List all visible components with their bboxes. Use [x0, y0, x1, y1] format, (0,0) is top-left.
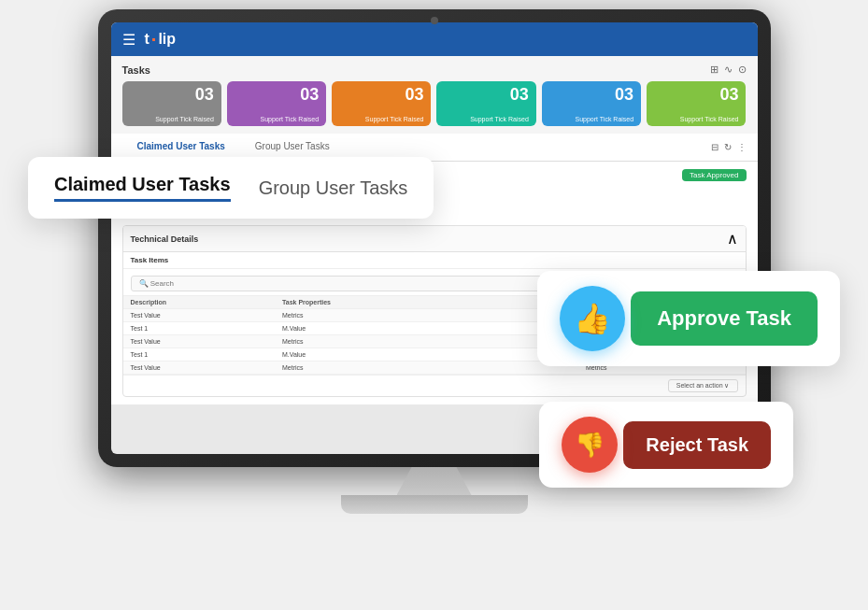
thumbs-down-icon: 👎	[562, 417, 618, 473]
task-card-num-2: 03	[405, 85, 423, 105]
claimed-tab-label[interactable]: Claimed User Tasks	[54, 174, 231, 202]
task-card-0[interactable]: 03 Support Tick Raised	[122, 81, 221, 126]
reject-task-card: 👎 Reject Task	[539, 402, 793, 488]
group-tab-label[interactable]: Group User Tasks	[259, 177, 408, 199]
tasks-icons: ⊞ ∿ ⊙	[710, 64, 747, 76]
tasks-title: Tasks	[122, 64, 150, 76]
task-card-label-0: Support Tick Raised	[155, 116, 214, 122]
logo-lip-text: lip	[158, 31, 176, 48]
task-items-header: Task Items	[123, 252, 746, 269]
task-card-label-3: Support Tick Raised	[470, 116, 529, 122]
row-desc: Test Value	[131, 364, 283, 371]
approved-badge: Task Approved	[682, 169, 746, 181]
row-prop: Metrics	[282, 312, 434, 319]
filter-icon[interactable]: ⊟	[711, 142, 719, 152]
monitor-bezel: ☰ t · lip Tasks ⊞ ∿ ⊙	[98, 9, 771, 467]
task-card-num-1: 03	[300, 85, 319, 105]
app-header: ☰ t · lip	[111, 22, 758, 56]
monitor-base	[341, 495, 528, 514]
select-action-button[interactable]: Select an action ∨	[668, 379, 738, 392]
claimed-user-tasks-card: Claimed User Tasks Group User Tasks	[28, 157, 434, 219]
task-card-label-4: Support Tick Raised	[575, 116, 633, 122]
task-card-label-2: Support Tick Raised	[365, 116, 424, 122]
row-desc: Test 1	[131, 351, 283, 358]
row-prop: M.Value	[282, 351, 434, 358]
thumbs-down-emoji: 👎	[575, 431, 605, 460]
chart-icon[interactable]: ∿	[724, 64, 733, 76]
row-desc: Test Value	[131, 312, 283, 319]
row-prop: Metrics	[282, 338, 434, 345]
tab-toolbar-icons: ⊟ ↻ ⋮	[711, 142, 747, 152]
task-card-label-1: Support Tick Raised	[261, 116, 320, 122]
task-card-num-4: 03	[615, 85, 633, 105]
logo-dot: ·	[151, 29, 157, 50]
monitor-screen: ☰ t · lip Tasks ⊞ ∿ ⊙	[111, 22, 758, 454]
row-prop: Metrics	[282, 364, 434, 371]
select-action-row: Select an action ∨	[123, 375, 746, 396]
more-icon[interactable]: ⋮	[737, 142, 747, 152]
reject-task-button[interactable]: Reject Task	[623, 421, 771, 469]
thumbs-up-emoji: 👍	[574, 301, 611, 336]
hamburger-icon[interactable]: ☰	[122, 31, 135, 49]
row-desc: Test Value	[131, 338, 283, 345]
task-cards: 03 Support Tick Raised 03 Support Tick R…	[122, 81, 747, 126]
task-card-3[interactable]: 03 Support Tick Raised	[436, 81, 535, 126]
thumbs-up-icon: 👍	[560, 286, 625, 351]
settings-icon[interactable]: ⊙	[738, 64, 747, 76]
app-logo: t · lip	[145, 29, 177, 50]
task-card-num-5: 03	[719, 85, 738, 105]
refresh-icon[interactable]: ↻	[724, 142, 732, 152]
col-description: Description	[131, 299, 283, 305]
collapse-icon[interactable]: ∧	[727, 230, 738, 248]
technical-details-title: Technical Details	[131, 234, 199, 244]
task-card-5[interactable]: 03 Support Tick Raised	[647, 81, 746, 126]
approve-task-button[interactable]: Approve Task	[631, 291, 818, 346]
logo-t-letter: t	[145, 31, 149, 48]
task-card-4[interactable]: 03 Support Tick Raised	[542, 81, 641, 126]
approve-task-card: 👍 Approve Task	[537, 271, 840, 366]
row-desc: Test 1	[131, 325, 283, 332]
task-card-2[interactable]: 03 Support Tick Raised	[332, 81, 431, 126]
table-icon[interactable]: ⊞	[710, 64, 719, 76]
row-prop: M.Value	[282, 325, 434, 332]
tasks-header: Tasks ⊞ ∿ ⊙	[122, 64, 747, 76]
task-card-1[interactable]: 03 Support Tick Raised	[227, 81, 326, 126]
task-card-num-0: 03	[195, 85, 214, 105]
task-card-num-3: 03	[510, 85, 529, 105]
technical-details-header: Technical Details ∧	[123, 226, 746, 252]
monitor-neck	[397, 467, 472, 495]
col-task-properties: Task Properties	[282, 299, 434, 305]
tasks-section: Tasks ⊞ ∿ ⊙ 03 Support Tick Raised 03 Su…	[111, 56, 758, 134]
task-card-label-5: Support Tick Raised	[680, 116, 739, 122]
